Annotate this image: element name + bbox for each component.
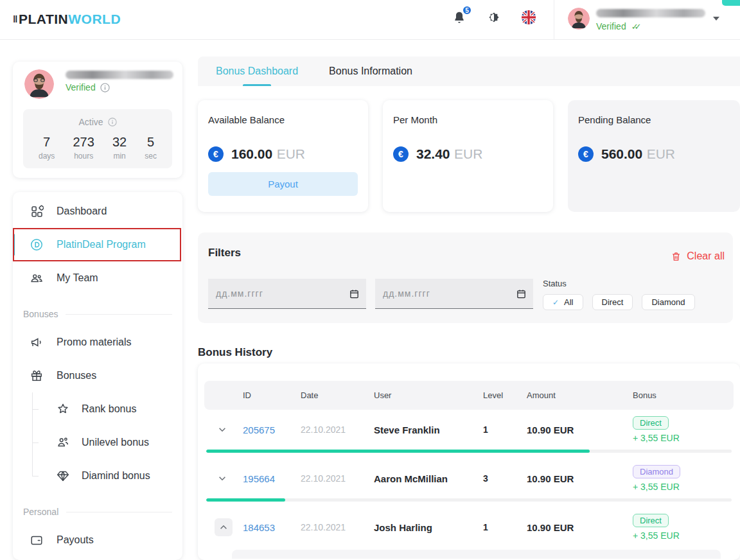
- row-user: Steve Franklin: [374, 424, 483, 435]
- notification-count-badge: 5: [462, 5, 472, 15]
- sidebar-item-bonuses[interactable]: Bonuses: [13, 359, 182, 392]
- calendar-icon[interactable]: [516, 288, 527, 299]
- row-progress-fill: [206, 498, 285, 502]
- expanded-row-panel: [232, 550, 721, 559]
- sidebar-item-platindeal-program[interactable]: PlatinDeal Program: [13, 228, 182, 261]
- row-date: 22.10.2021: [301, 473, 374, 484]
- sidebar-avatar: [24, 69, 54, 99]
- bonus-type-badge: Diamond: [633, 465, 680, 478]
- table-row-expanded: 184653 22.10.2021 Josh Harling 1 10.90 E…: [204, 507, 734, 547]
- date-to-field: [375, 279, 533, 309]
- filters-title: Filters: [208, 247, 241, 259]
- unilevel-people-icon: [56, 435, 70, 450]
- row-level: 3: [483, 473, 527, 484]
- row-bonus: Direct + 3,55 EUR: [633, 416, 723, 443]
- logo-mark-icon: ‖: [13, 13, 18, 24]
- team-people-icon: [30, 271, 44, 285]
- user-name-blurred: [596, 9, 705, 17]
- row-progress-fill: [206, 450, 590, 453]
- calendar-icon[interactable]: [349, 288, 360, 299]
- payout-button[interactable]: Payout: [208, 172, 358, 196]
- date-from-input[interactable]: [208, 279, 366, 308]
- active-info-icon[interactable]: [108, 118, 117, 127]
- row-id-link[interactable]: 184653: [243, 522, 301, 533]
- sidebar-item-label: Dashboard: [57, 206, 107, 217]
- sidebar-user-name-blurred: [66, 71, 173, 79]
- header-icon-group: 5: [451, 9, 537, 26]
- expand-chevron-down-icon[interactable]: [215, 425, 230, 434]
- bonus-history-table: ID Date User Level Amount Bonus 205675 2…: [198, 363, 740, 560]
- bonus-amount: + 3,55 EUR: [633, 530, 680, 541]
- table-row: 195664 22.10.2021 Aaron McMillian 3 10.9…: [204, 459, 734, 498]
- sidebar-item-my-team[interactable]: My Team: [13, 261, 182, 295]
- sidebar-item-label: Bonuses: [57, 370, 96, 381]
- row-id-link[interactable]: 195664: [243, 473, 301, 484]
- row-progress-track: [206, 498, 732, 502]
- col-amount: Amount: [527, 390, 633, 400]
- wallet-icon: [30, 533, 44, 547]
- timer-min: 32 min: [112, 135, 127, 161]
- clear-all-button[interactable]: Clear all: [671, 250, 725, 262]
- sidebar-item-dashboard[interactable]: Dashboard: [13, 195, 182, 228]
- trash-icon: [671, 251, 682, 262]
- euro-coin-icon: €: [393, 146, 409, 162]
- filters-panel: Filters Clear all Status ✓ All Direct: [198, 232, 733, 323]
- bonus-history-title: Bonus History: [198, 346, 272, 359]
- row-id-link[interactable]: 205675: [243, 424, 301, 435]
- balance-amount: 160.00: [231, 146, 272, 161]
- notifications-bell-icon[interactable]: 5: [451, 9, 468, 26]
- bonus-type-badge: Direct: [633, 416, 669, 430]
- tab-bonus-dashboard[interactable]: Bonus Dashboard: [216, 57, 298, 86]
- diamond-icon: [56, 469, 70, 483]
- user-profile-menu[interactable]: Verified ✓✓: [568, 5, 728, 35]
- dashboard-grid-icon: [30, 204, 44, 218]
- sidebar-item-label: Diamind bonus: [82, 470, 150, 482]
- sidebar-item-label: Promo materials: [57, 337, 131, 348]
- sidebar-item-promo-materials[interactable]: Promo materials: [13, 326, 182, 359]
- sidebar-item-payouts[interactable]: Payouts: [13, 523, 182, 557]
- expand-chevron-down-icon[interactable]: [215, 474, 230, 483]
- verified-info-icon[interactable]: [100, 83, 110, 92]
- balance-currency: EUR: [277, 146, 305, 161]
- brand-logo[interactable]: ‖ PLATIN WORLD: [13, 12, 121, 27]
- active-label: Active: [78, 117, 103, 127]
- logo-text-platin: PLATIN: [19, 12, 68, 27]
- card-title: Pending Balance: [578, 114, 730, 125]
- row-level: 1: [483, 522, 527, 532]
- status-chip-diamond[interactable]: Diamond: [642, 294, 694, 310]
- row-amount: 10.90 EUR: [527, 424, 633, 435]
- table-header-row: ID Date User Level Amount Bonus: [204, 381, 734, 410]
- sidebar-item-diamind-bonus[interactable]: Diamind bonus: [13, 459, 182, 493]
- per-month-card: Per Month € 32.40 EUR: [383, 100, 553, 212]
- section-divider: [66, 314, 172, 315]
- table-row: 205675 22.10.2021 Steve Franklin 1 10.90…: [204, 410, 734, 450]
- language-flag-icon[interactable]: [520, 9, 537, 26]
- page-root: ‖ PLATIN WORLD 5 Verified: [0, 0, 740, 560]
- user-avatar: [568, 8, 590, 30]
- status-chip-all[interactable]: ✓ All: [543, 294, 583, 310]
- theme-toggle-icon[interactable]: [486, 9, 502, 26]
- row-amount: 10.90 EUR: [527, 473, 633, 484]
- pending-balance-card: Pending Balance € 560.00 EUR: [568, 100, 740, 212]
- profile-caret-icon[interactable]: [713, 17, 719, 21]
- sidebar-section-personal: Personal: [13, 493, 182, 523]
- euro-coin-icon: €: [578, 146, 594, 162]
- date-to-input[interactable]: [375, 279, 533, 308]
- check-icon: ✓: [552, 298, 559, 307]
- balance-currency: EUR: [647, 146, 675, 161]
- status-chip-direct[interactable]: Direct: [592, 294, 633, 310]
- status-filter-group: Status ✓ All Direct Diamond: [543, 279, 695, 310]
- tab-bonus-information[interactable]: Bonus Information: [329, 57, 412, 86]
- star-icon: [56, 402, 70, 416]
- bonus-type-badge: Direct: [633, 514, 669, 527]
- row-bonus: Diamond + 3,55 EUR: [633, 465, 723, 492]
- section-divider: [66, 512, 172, 512]
- timer-hours: 273 hours: [73, 135, 94, 161]
- sidebar-item-rank-bonus[interactable]: Rank bonus: [13, 392, 182, 426]
- collapse-chevron-up-icon[interactable]: [215, 518, 233, 536]
- col-date: Date: [301, 390, 374, 400]
- chat-widget-edge[interactable]: [722, 0, 740, 6]
- col-bonus: Bonus: [633, 390, 723, 400]
- sidebar-item-unilevel-bonus[interactable]: Unilevel bonus: [13, 426, 182, 459]
- balance-currency: EUR: [454, 146, 482, 161]
